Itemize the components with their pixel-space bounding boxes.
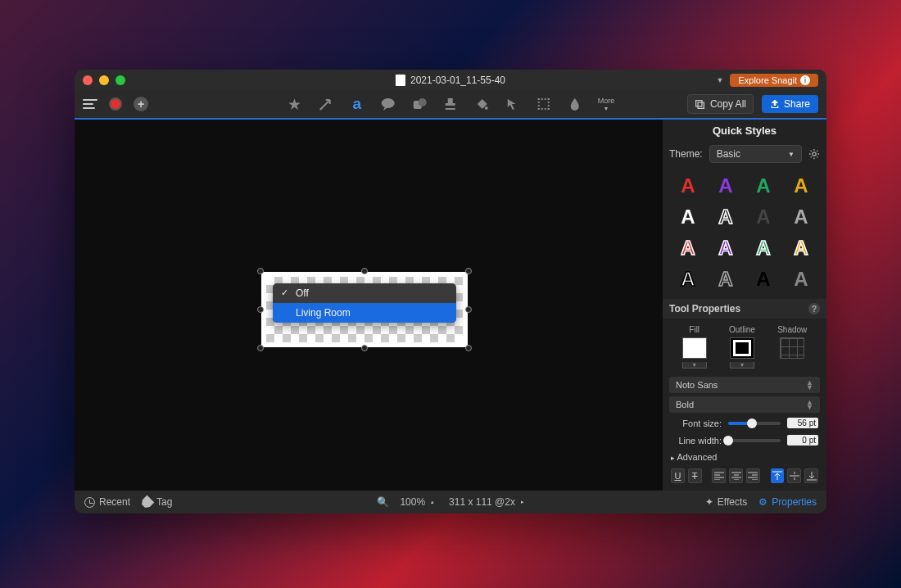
title-text: 2021-03-01_11-55-40 — [410, 75, 505, 86]
fill-dropdown[interactable]: ▼ — [682, 362, 707, 369]
wand-icon: ✦ — [705, 496, 713, 508]
gear-icon[interactable] — [808, 148, 820, 160]
fill-swatch[interactable] — [682, 337, 707, 359]
selected-object[interactable]: ✓ Off Living Room — [261, 272, 468, 347]
quick-style-swatch[interactable]: A — [748, 206, 779, 228]
fill-tool[interactable] — [473, 96, 490, 112]
shape-tool[interactable] — [411, 96, 428, 112]
outline-dropdown[interactable]: ▼ — [730, 362, 754, 369]
theme-label: Theme: — [669, 148, 703, 160]
chevron-down-icon[interactable]: ▼ — [717, 76, 724, 84]
font-select[interactable]: Noto Sans ▲▼ — [669, 377, 820, 393]
record-button[interactable] — [109, 97, 122, 111]
maximize-icon[interactable] — [115, 75, 125, 85]
advanced-toggle[interactable]: Advanced — [663, 449, 826, 465]
resize-handle[interactable] — [257, 306, 264, 313]
strikethrough-button[interactable]: T — [688, 468, 702, 483]
zoom-control[interactable]: 🔍 100% ▴ — [377, 496, 434, 508]
line-width-value[interactable]: 0 pt — [787, 435, 818, 446]
align-left-button[interactable] — [712, 468, 726, 483]
fill-label: Fill — [689, 325, 700, 334]
outline-label: Outline — [729, 325, 755, 334]
quick-style-swatch[interactable]: A — [710, 174, 741, 197]
properties-tab[interactable]: ⚙Properties — [758, 496, 817, 508]
recent-button[interactable]: Recent — [84, 496, 130, 508]
resize-handle[interactable] — [361, 345, 368, 351]
selection-tool[interactable] — [536, 96, 552, 112]
resize-handle[interactable] — [257, 268, 264, 274]
quick-style-swatch[interactable]: A — [748, 237, 779, 260]
quick-style-swatch[interactable]: A — [748, 268, 779, 291]
shadow-label: Shadow — [777, 325, 807, 334]
valign-middle-button[interactable] — [787, 468, 801, 483]
stepper-icon: ▲▼ — [806, 400, 813, 409]
minimize-icon[interactable] — [99, 75, 109, 85]
info-icon: i — [800, 75, 810, 85]
line-width-slider[interactable] — [728, 439, 781, 442]
underline-button[interactable]: U — [671, 468, 685, 483]
svg-point-0 — [382, 98, 395, 108]
quick-style-swatch[interactable]: A — [710, 237, 741, 260]
quick-style-swatch[interactable]: A — [672, 268, 704, 291]
quick-style-swatch[interactable]: A — [710, 206, 741, 228]
quick-style-swatch[interactable]: A — [672, 174, 704, 197]
quick-style-swatch[interactable]: A — [786, 174, 817, 197]
resize-handle[interactable] — [465, 268, 472, 274]
valign-bottom-button[interactable] — [804, 468, 818, 483]
window-controls — [83, 75, 125, 85]
callout-tool[interactable] — [380, 96, 396, 112]
resize-handle[interactable] — [465, 345, 472, 351]
canvas[interactable]: ✓ Off Living Room — [75, 120, 663, 491]
titlebar: 2021-03-01_11-55-40 ▼ Explore Snagit i — [75, 70, 826, 90]
resize-handle[interactable] — [257, 345, 264, 351]
svg-point-3 — [485, 106, 488, 110]
move-tool[interactable] — [505, 96, 521, 112]
valign-top-button[interactable] — [771, 468, 785, 483]
explore-snagit-button[interactable]: Explore Snagit i — [730, 74, 818, 87]
menu-icon[interactable] — [83, 99, 97, 109]
align-right-button[interactable] — [746, 468, 760, 483]
app-window: 2021-03-01_11-55-40 ▼ Explore Snagit i +… — [75, 70, 826, 513]
share-button[interactable]: Share — [762, 95, 818, 113]
font-size-slider[interactable] — [728, 422, 781, 425]
quick-style-swatch[interactable]: A — [786, 268, 817, 291]
copy-icon — [695, 99, 705, 110]
copy-all-button[interactable]: Copy All — [687, 94, 754, 114]
outline-swatch[interactable] — [730, 337, 754, 359]
stepper-icon: ▲▼ — [806, 380, 813, 390]
share-icon — [770, 99, 780, 109]
svg-rect-4 — [696, 100, 702, 106]
stamp-tool[interactable] — [442, 96, 459, 112]
quick-style-swatch[interactable]: A — [710, 268, 741, 291]
shadow-swatch[interactable] — [780, 337, 804, 359]
quick-style-swatch[interactable]: A — [786, 206, 817, 228]
theme-select[interactable]: Basic ▼ — [709, 145, 802, 163]
font-size-value[interactable]: 56 pt — [787, 418, 818, 428]
add-button[interactable]: + — [134, 97, 148, 111]
quick-style-swatch[interactable]: A — [672, 206, 704, 228]
text-tool[interactable]: a — [349, 96, 365, 112]
sidebar: Quick Styles Theme: Basic ▼ AAAAAAAAAAAA… — [663, 120, 826, 491]
svg-point-2 — [419, 98, 427, 106]
close-icon[interactable] — [83, 75, 93, 85]
blur-tool[interactable] — [567, 96, 583, 112]
quick-style-swatch[interactable]: A — [786, 237, 817, 260]
quick-style-swatch[interactable]: A — [748, 174, 779, 197]
effects-tab[interactable]: ✦Effects — [705, 496, 747, 508]
toolbar: + ★ a More▼ Copy All Share — [75, 90, 826, 120]
align-center-button[interactable] — [729, 468, 743, 483]
more-tools[interactable]: More▼ — [598, 97, 615, 111]
tag-button[interactable]: Tag — [142, 496, 172, 508]
dimensions-display[interactable]: 311 x 111 @2x ▸ — [449, 496, 524, 508]
resize-handle[interactable] — [361, 268, 368, 274]
font-size-label: Font size: — [671, 418, 722, 428]
help-icon[interactable]: ? — [808, 303, 820, 314]
resize-handle[interactable] — [465, 306, 472, 313]
favorite-tool[interactable]: ★ — [287, 96, 303, 112]
arrow-tool[interactable] — [318, 96, 334, 112]
status-bar: Recent Tag 🔍 100% ▴ 311 x 111 @2x ▸ ✦Eff… — [75, 491, 826, 513]
weight-select[interactable]: Bold ▲▼ — [669, 396, 820, 413]
svg-rect-5 — [698, 102, 704, 108]
svg-point-6 — [813, 152, 816, 156]
quick-style-swatch[interactable]: A — [672, 237, 704, 260]
